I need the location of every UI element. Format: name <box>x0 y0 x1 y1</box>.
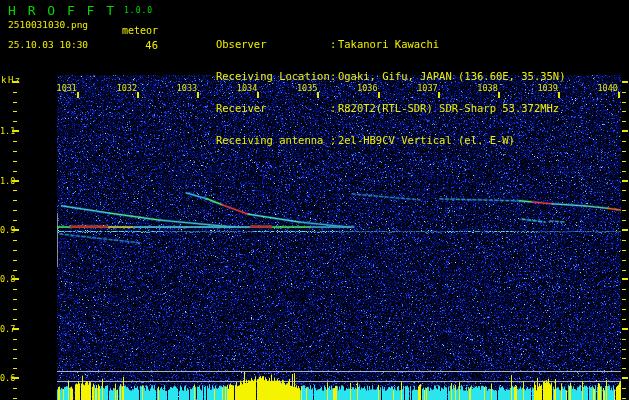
x-tick-label: 1032 <box>111 83 137 93</box>
info-value: 2el-HB9CV Vertical (el. E-W) <box>338 134 515 146</box>
station-info: Observer:Takanori Kawachi Receiving Loca… <box>178 7 566 156</box>
hrofft-window: H R O F F T 1.0.0 2510031030.png meteor … <box>0 0 629 400</box>
info-separator: : <box>330 71 338 82</box>
info-separator: : <box>330 135 338 146</box>
x-tick-label: 1039 <box>532 83 558 93</box>
info-label: Observer <box>216 39 330 50</box>
y-axis-unit-label: kHz <box>1 76 22 85</box>
info-row-antenna: Receiving antenna:2el-HB9CV Vertical (el… <box>178 124 566 135</box>
info-value: Ogaki, Gifu, JAPAN (136.60E, 35.35N) <box>338 70 566 82</box>
echo-count: 46 <box>142 40 158 51</box>
x-tick-label: 1035 <box>291 83 317 93</box>
output-filename: 2510031030.png <box>8 20 88 30</box>
x-tick-label: 1038 <box>472 83 498 93</box>
app-title: H R O F F T <box>8 4 116 17</box>
x-tick-label: 1037 <box>412 83 438 93</box>
x-tick-label: 1033 <box>171 83 197 93</box>
info-row-observer: Observer:Takanori Kawachi <box>178 28 566 39</box>
x-tick-label: 1034 <box>231 83 257 93</box>
y-tick-label: 0.6 <box>0 373 14 383</box>
info-label: Receiving Location <box>216 71 330 82</box>
x-tick-label: 1040 <box>592 83 618 93</box>
info-row-receiver: Receiver:R820T2(RTL-SDR) SDR-Sharp 53.37… <box>178 92 566 103</box>
y-tick-label: 1.0 <box>0 176 14 186</box>
x-tick-label: 1036 <box>352 83 378 93</box>
y-tick-label: 0.7 <box>0 324 14 334</box>
info-separator: : <box>330 39 338 50</box>
info-label: Receiving antenna <box>216 135 330 146</box>
observation-datetime: 25.10.03 10:30 <box>8 40 88 50</box>
y-tick-label: 1.1 <box>0 126 14 136</box>
x-tick-label: 1031 <box>51 83 77 93</box>
info-label: Receiver <box>216 103 330 114</box>
app-version: 1.0.0 <box>124 7 153 15</box>
info-value: R820T2(RTL-SDR) SDR-Sharp 53.372MHz <box>338 102 559 114</box>
info-row-location: Receiving Location:Ogaki, Gifu, JAPAN (1… <box>178 60 566 71</box>
info-value: Takanori Kawachi <box>338 38 439 50</box>
mode-label: meteor <box>122 26 158 36</box>
y-tick-label: 0.9 <box>0 225 14 235</box>
y-tick-label: 0.8 <box>0 274 14 284</box>
info-separator: : <box>330 103 338 114</box>
